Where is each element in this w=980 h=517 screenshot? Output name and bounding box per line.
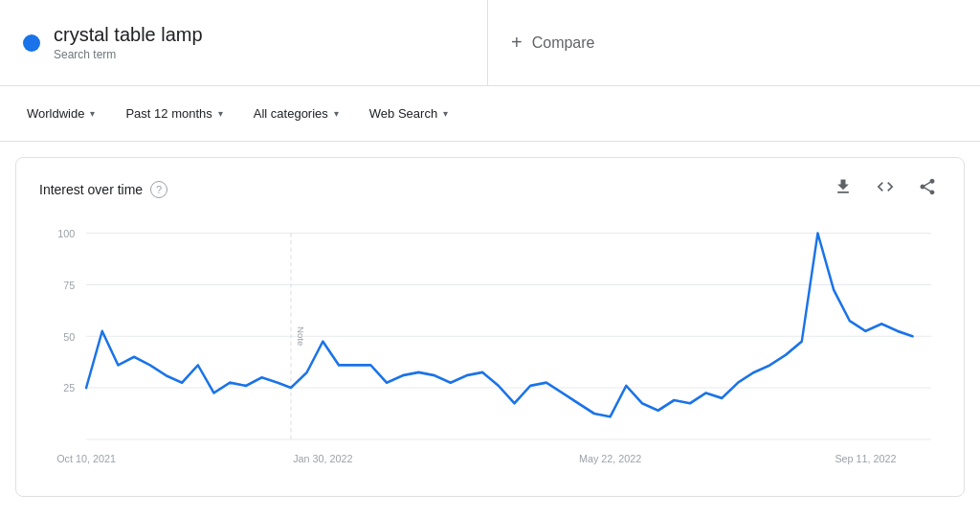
help-icon[interactable]: ?: [150, 181, 167, 198]
search-term-text: crystal table lamp Search term: [54, 24, 203, 61]
chart-title: Interest over time: [39, 182, 143, 197]
region-label: Worldwide: [27, 106, 84, 121]
plus-icon: +: [511, 32, 523, 54]
x-label-oct2021: Oct 10, 2021: [56, 452, 116, 464]
y-label-50: 50: [63, 330, 75, 343]
category-filter[interactable]: All categories ▾: [242, 99, 350, 128]
chart-actions: [830, 173, 941, 205]
compare-label: Compare: [532, 34, 595, 52]
trend-chart-svg: 100 75 50 25 Note Oct 10, 2021 Jan 30, 2…: [39, 213, 941, 481]
chart-header: Interest over time ?: [39, 173, 941, 205]
y-label-75: 75: [63, 279, 75, 291]
time-range-chevron-icon: ▾: [218, 108, 223, 119]
note-label: Note: [296, 326, 305, 346]
time-range-filter[interactable]: Past 12 months ▾: [114, 99, 234, 128]
x-label-may2022: May 22, 2022: [579, 452, 641, 464]
search-term-section: crystal table lamp Search term: [0, 0, 488, 85]
y-label-100: 100: [57, 227, 75, 239]
download-button[interactable]: [830, 173, 857, 205]
x-label-jan2022: Jan 30, 2022: [293, 452, 352, 464]
chart-section: Interest over time ? 100 75: [15, 157, 965, 497]
search-term-name: crystal table lamp: [54, 24, 203, 46]
chart-title-group: Interest over time ?: [39, 181, 167, 198]
x-label-sep2022: Sep 11, 2022: [835, 452, 896, 464]
search-type-chevron-icon: ▾: [443, 108, 448, 119]
search-type-label: Web Search: [369, 106, 437, 121]
trend-polyline: [86, 234, 913, 417]
y-label-25: 25: [63, 382, 75, 394]
search-term-label: Search term: [54, 48, 203, 61]
region-filter[interactable]: Worldwide ▾: [15, 99, 106, 128]
time-range-label: Past 12 months: [125, 106, 212, 121]
category-label: All categories: [254, 106, 328, 121]
search-term-dot: [23, 34, 40, 52]
chart-container: 100 75 50 25 Note Oct 10, 2021 Jan 30, 2…: [39, 213, 941, 481]
search-type-filter[interactable]: Web Search ▾: [358, 99, 459, 128]
embed-button[interactable]: [872, 173, 899, 205]
category-chevron-icon: ▾: [334, 108, 339, 119]
compare-section[interactable]: + Compare: [488, 0, 980, 85]
filters-bar: Worldwide ▾ Past 12 months ▾ All categor…: [0, 86, 980, 142]
share-button[interactable]: [914, 173, 941, 205]
header: crystal table lamp Search term + Compare: [0, 0, 980, 86]
region-chevron-icon: ▾: [90, 108, 95, 119]
